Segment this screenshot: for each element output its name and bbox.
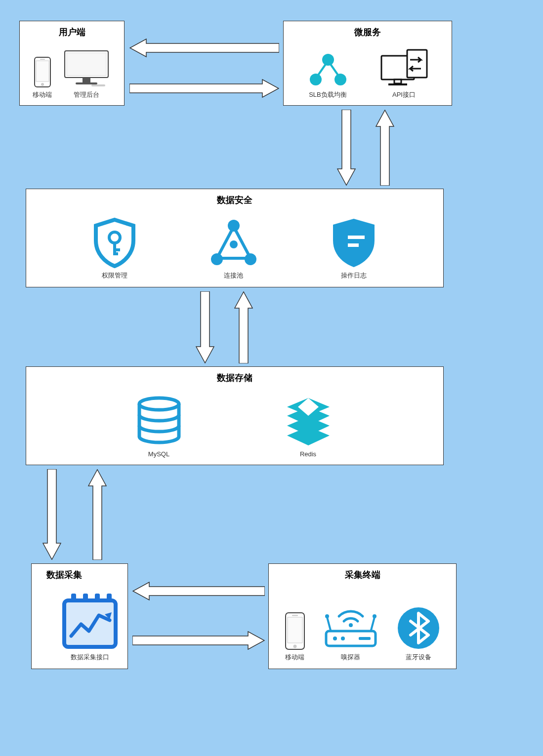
- storage-box: 数据存储 MySQL: [26, 366, 444, 465]
- svg-point-2: [41, 83, 44, 86]
- svg-point-39: [293, 645, 296, 648]
- svg-rect-20: [113, 248, 120, 251]
- terminal-box: 采集终端 移动端: [268, 563, 457, 669]
- client-box: 用户端 移动端 管理后台: [19, 21, 125, 106]
- connection-pool-icon: [208, 217, 259, 268]
- svg-rect-21: [113, 252, 118, 255]
- bluetooth-icon: [397, 606, 440, 650]
- microservice-item-api: API接口: [379, 49, 429, 99]
- arrow-microservice-to-client: [129, 39, 279, 57]
- svg-point-41: [349, 623, 353, 627]
- security-item-permission-label: 权限管理: [91, 271, 138, 280]
- svg-rect-8: [91, 84, 105, 86]
- svg-point-43: [325, 614, 329, 618]
- redis-icon: [281, 396, 335, 447]
- terminal-item-mobile: 移动端: [285, 612, 305, 662]
- svg-rect-15: [394, 80, 401, 83]
- svg-rect-6: [83, 78, 90, 82]
- storage-item-mysql: MySQL: [134, 396, 184, 458]
- collect-box: 数据采集 数据采集接口: [31, 563, 128, 669]
- microservice-item-slb-label: SLB负载均衡: [307, 90, 349, 99]
- client-item-admin: 管理后台: [62, 49, 111, 99]
- client-item-admin-label: 管理后台: [62, 90, 111, 99]
- arrow-storage-to-security: [234, 291, 253, 363]
- collect-item-api-label: 数据采集接口: [60, 653, 120, 662]
- desktop-icon: [62, 49, 111, 87]
- svg-point-12: [310, 74, 322, 85]
- terminal-title: 采集终端: [269, 564, 456, 583]
- security-item-permission: 权限管理: [91, 217, 138, 280]
- arrow-client-to-microservice: [129, 79, 279, 98]
- svg-point-13: [334, 74, 346, 85]
- storage-item-redis: Redis: [281, 396, 335, 458]
- storage-title: 数据存储: [26, 367, 443, 386]
- terminal-item-sniffer-label: 嗅探器: [321, 653, 380, 662]
- svg-point-31: [139, 398, 179, 410]
- security-box: 数据安全 权限管理 连接池: [26, 189, 444, 287]
- arrow-security-to-storage: [196, 291, 214, 363]
- arrow-microservice-to-security: [337, 110, 356, 186]
- arrow-collect-to-terminal: [132, 631, 265, 650]
- storage-item-redis-label: Redis: [281, 450, 335, 458]
- microservice-box: 微服务 SLB负载均衡 API接口: [283, 21, 452, 106]
- svg-rect-38: [288, 617, 302, 643]
- svg-rect-5: [67, 53, 106, 76]
- phone-icon: [285, 612, 305, 650]
- terminal-item-sniffer: 嗅探器: [321, 602, 380, 662]
- phone-icon: [34, 57, 51, 87]
- client-item-mobile: 移动端: [33, 57, 52, 99]
- client-item-mobile-label: 移动端: [33, 90, 52, 99]
- svg-rect-7: [76, 82, 97, 84]
- terminal-item-bluetooth-label: 蓝牙设备: [397, 653, 440, 662]
- svg-point-11: [322, 54, 334, 66]
- svg-rect-49: [359, 637, 371, 640]
- svg-point-26: [211, 253, 223, 265]
- security-item-pool-label: 连接池: [208, 271, 259, 280]
- security-title: 数据安全: [26, 189, 443, 208]
- shield-key-icon: [91, 217, 138, 268]
- svg-rect-16: [388, 83, 407, 85]
- arrow-storage-to-collect: [42, 469, 61, 560]
- collect-api-icon: [60, 592, 120, 650]
- arrow-terminal-to-collect: [132, 582, 265, 600]
- database-icon: [134, 396, 184, 447]
- svg-rect-30: [348, 243, 359, 247]
- arrow-security-to-microservice: [376, 110, 394, 186]
- security-item-log-label: 操作日志: [329, 271, 378, 280]
- shield-log-icon: [329, 217, 378, 268]
- svg-point-25: [228, 220, 240, 232]
- svg-point-28: [230, 240, 238, 248]
- storage-item-mysql-label: MySQL: [134, 450, 184, 458]
- svg-rect-17: [407, 50, 427, 78]
- collect-title: 数据采集: [32, 564, 127, 583]
- svg-point-45: [373, 614, 376, 618]
- svg-point-47: [333, 637, 337, 640]
- microservice-title: 微服务: [284, 21, 452, 40]
- microservice-item-slb: SLB负载均衡: [307, 52, 349, 99]
- svg-rect-40: [292, 615, 298, 616]
- loadbalancer-icon: [307, 52, 349, 87]
- security-item-log: 操作日志: [329, 217, 378, 280]
- security-item-pool: 连接池: [208, 217, 259, 280]
- svg-rect-29: [348, 236, 365, 239]
- svg-point-27: [245, 253, 256, 265]
- terminal-item-mobile-label: 移动端: [285, 653, 305, 662]
- arrow-collect-to-storage: [88, 469, 107, 560]
- collect-item-api: 数据采集接口: [60, 592, 120, 662]
- router-icon: [321, 602, 380, 650]
- microservice-item-api-label: API接口: [379, 90, 429, 99]
- api-icon: [379, 49, 429, 87]
- svg-point-48: [341, 637, 345, 640]
- svg-rect-3: [40, 59, 45, 60]
- client-title: 用户端: [20, 21, 124, 40]
- terminal-item-bluetooth: 蓝牙设备: [397, 606, 440, 662]
- svg-rect-1: [36, 61, 49, 81]
- svg-rect-36: [64, 600, 116, 647]
